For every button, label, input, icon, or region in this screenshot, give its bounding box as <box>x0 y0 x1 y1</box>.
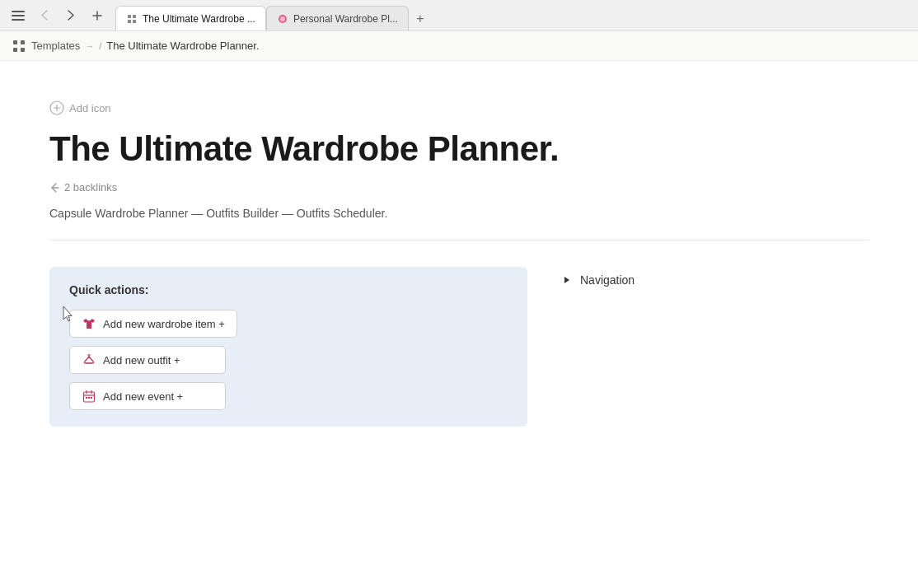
shirt-icon <box>82 317 96 330</box>
tab1-title: The Ultimate Wardrobe ... <box>143 13 255 25</box>
svg-rect-0 <box>12 11 25 12</box>
page-content: Add icon The Ultimate Wardrobe Planner. … <box>0 61 918 460</box>
quick-actions-card: Quick actions: Add new wardrobe item + <box>49 267 527 427</box>
svg-rect-21 <box>91 397 92 399</box>
svg-rect-9 <box>13 40 17 44</box>
new-tab-button[interactable] <box>86 4 109 27</box>
svg-rect-10 <box>21 40 25 44</box>
svg-rect-3 <box>128 15 131 18</box>
calendar-icon <box>82 390 96 403</box>
browser-chrome: The Ultimate Wardrobe ... Personal Wardr… <box>0 0 918 31</box>
svg-rect-6 <box>133 20 136 23</box>
quick-actions-title: Quick actions: <box>69 283 508 296</box>
tab2-icon <box>277 13 288 25</box>
breadcrumb-bar: Templates → / The Ultimate Wardrobe Plan… <box>0 31 918 61</box>
breadcrumb-templates-icon <box>12 39 26 54</box>
breadcrumb-arrow: → <box>85 41 94 51</box>
plus-icon <box>92 11 102 21</box>
svg-rect-20 <box>88 397 90 399</box>
forward-button[interactable] <box>59 4 82 27</box>
forward-icon <box>68 10 74 21</box>
back-icon <box>41 10 48 21</box>
svg-rect-12 <box>21 48 25 52</box>
backlinks-icon <box>49 182 60 193</box>
svg-rect-19 <box>86 397 87 399</box>
backlinks-row[interactable]: 2 backlinks <box>49 181 869 194</box>
tab-ultimate-wardrobe[interactable]: The Ultimate Wardrobe ... <box>115 6 266 30</box>
add-tab-button[interactable]: + <box>409 7 432 30</box>
back-button[interactable] <box>33 4 56 27</box>
add-outfit-button[interactable]: Add new outfit + <box>69 346 226 374</box>
breadcrumb-current: The Ultimate Wardrobe Planner. <box>106 40 259 52</box>
page-subtitle: Capsule Wardrobe Planner — Outfits Build… <box>49 207 869 240</box>
tabs-container: The Ultimate Wardrobe ... Personal Wardr… <box>115 0 911 30</box>
add-icon-label: Add icon <box>69 102 111 114</box>
tab-personal-wardrobe[interactable]: Personal Wardrobe Pl... <box>266 6 409 30</box>
svg-point-8 <box>280 16 285 21</box>
backlinks-count: 2 backlinks <box>64 181 117 194</box>
hanger-icon <box>82 353 96 366</box>
content-grid: Quick actions: Add new wardrobe item + <box>49 267 869 427</box>
add-icon-button-icon <box>49 100 64 115</box>
tab2-title: Personal Wardrobe Pl... <box>293 13 398 25</box>
svg-rect-2 <box>12 19 25 21</box>
action-buttons: Add new wardrobe item + Add new outfit + <box>69 310 508 410</box>
tab1-icon <box>126 13 138 25</box>
svg-rect-11 <box>13 48 17 52</box>
svg-rect-5 <box>128 20 131 23</box>
navigation-toggle-icon <box>560 273 574 287</box>
add-event-label: Add new event + <box>103 390 183 403</box>
breadcrumb-templates-link[interactable]: Templates <box>31 40 80 52</box>
add-event-button[interactable]: Add new event + <box>69 382 226 410</box>
menu-icon <box>12 10 25 21</box>
navigation-label: Navigation <box>580 273 635 287</box>
add-wardrobe-item-button[interactable]: Add new wardrobe item + <box>69 310 237 338</box>
add-outfit-label: Add new outfit + <box>103 354 180 366</box>
svg-rect-1 <box>12 15 25 16</box>
add-wardrobe-item-label: Add new wardrobe item + <box>103 318 225 330</box>
navigation-section[interactable]: Navigation <box>560 267 635 287</box>
nav-buttons <box>7 4 109 27</box>
menu-button[interactable] <box>7 4 30 27</box>
svg-rect-4 <box>133 15 136 18</box>
add-icon-row[interactable]: Add icon <box>49 100 869 115</box>
page-title: The Ultimate Wardrobe Planner. <box>49 128 869 170</box>
breadcrumb-separator: / <box>99 41 101 51</box>
